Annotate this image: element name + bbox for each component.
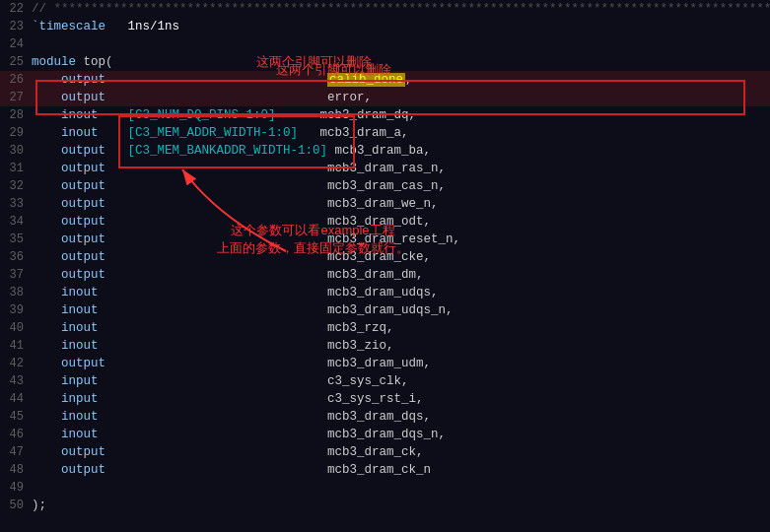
line-number: 42 (4, 355, 32, 372)
line-number: 39 (4, 301, 32, 319)
line-number: 22 (4, 0, 32, 18)
code-line-48: 48 output mcb3_dram_ck_n (0, 461, 770, 479)
line-number: 44 (4, 390, 32, 408)
line-number: 25 (4, 53, 32, 71)
code-line-29: 29 inout [C3_MEM_ADDR_WIDTH-1:0] mcb3_dr… (0, 124, 770, 142)
code-line-44: 44 input c3_sys_rst_i, (0, 390, 770, 408)
code-line-31: 31 output mcb3_dram_ras_n, (0, 160, 770, 177)
line-number: 49 (4, 479, 32, 497)
line-number: 37 (4, 266, 32, 284)
code-line-49: 49 (0, 479, 770, 497)
line-number: 30 (4, 142, 32, 160)
line-code: output [C3_MEM_BANKADDR_WIDTH-1:0] mcb3_… (32, 142, 766, 160)
code-line-23: 23 `timescale 1ns/1ns (0, 18, 770, 35)
line-code: output mcb3_dram_udm, (32, 355, 766, 372)
code-line-33: 33 output mcb3_dram_we_n, (0, 195, 770, 213)
line-number: 36 (4, 248, 32, 266)
line-number: 27 (4, 89, 32, 106)
line-code: input c3_sys_clk, (32, 372, 766, 390)
line-code: output mcb3_dram_we_n, (32, 195, 766, 213)
line-code: output mcb3_dram_dm, (32, 266, 766, 284)
code-line-47: 47 output mcb3_dram_ck, (0, 443, 770, 461)
line-number: 31 (4, 160, 32, 177)
line-number: 41 (4, 337, 32, 355)
line-number: 28 (4, 106, 32, 124)
line-code: output mcb3_dram_ras_n, (32, 160, 766, 177)
code-line-39: 39 inout mcb3_dram_udqs_n, (0, 301, 770, 319)
line-code: inout [C3_MEM_ADDR_WIDTH-1:0] mcb3_dram_… (32, 124, 766, 142)
code-line-32: 32 output mcb3_dram_cas_n, (0, 177, 770, 195)
line-number: 46 (4, 426, 32, 443)
line-number: 45 (4, 408, 32, 426)
line-number: 50 (4, 497, 32, 514)
line-code: output error, (32, 89, 766, 106)
line-number: 32 (4, 177, 32, 195)
annotation-delete-pins: 这两个引脚可以删除 (276, 61, 391, 79)
line-number: 26 (4, 71, 32, 89)
line-number: 29 (4, 124, 32, 142)
code-line-38: 38 inout mcb3_dram_udqs, (0, 284, 770, 301)
line-code: // *************************************… (32, 0, 770, 18)
line-number: 43 (4, 372, 32, 390)
code-line-37: 37 output mcb3_dram_dm, (0, 266, 770, 284)
line-code: ); (32, 497, 766, 514)
line-code: `timescale 1ns/1ns (32, 18, 766, 35)
line-code: inout mcb3_dram_dqs, (32, 408, 766, 426)
line-code: output mcb3_dram_ck_n (32, 461, 766, 479)
line-code: module top( (32, 53, 766, 71)
line-number: 48 (4, 461, 32, 479)
code-editor: 22 // **********************************… (0, 0, 770, 532)
code-line-28: 28 inout [C3_NUM_DQ_PINS-1:0] mcb3_dram_… (0, 106, 770, 124)
annotation-params: 这个参数可以看example工程上面的参数，直接固定参数就行。 (217, 222, 409, 257)
line-number: 23 (4, 18, 32, 35)
code-line-30: 30 output [C3_MEM_BANKADDR_WIDTH-1:0] mc… (0, 142, 770, 160)
line-code: output calib_done, (32, 71, 766, 89)
line-code: output mcb3_dram_cas_n, (32, 177, 766, 195)
code-line-50: 50 ); (0, 497, 770, 514)
code-line-41: 41 inout mcb3_zio, (0, 337, 770, 355)
code-line-42: 42 output mcb3_dram_udm, (0, 355, 770, 372)
code-line-22: 22 // **********************************… (0, 0, 770, 18)
line-code: inout mcb3_zio, (32, 337, 766, 355)
line-number: 40 (4, 319, 32, 337)
code-line-46: 46 inout mcb3_dram_dqs_n, (0, 426, 770, 443)
line-number: 24 (4, 35, 32, 53)
line-code: inout mcb3_dram_udqs_n, (32, 301, 766, 319)
line-number: 38 (4, 284, 32, 301)
line-code: inout mcb3_dram_dqs_n, (32, 426, 766, 443)
line-code: inout mcb3_dram_udqs, (32, 284, 766, 301)
line-code: output mcb3_dram_ck, (32, 443, 766, 461)
line-number: 35 (4, 231, 32, 248)
code-line-45: 45 inout mcb3_dram_dqs, (0, 408, 770, 426)
code-line-40: 40 inout mcb3_rzq, (0, 319, 770, 337)
code-line-27: 27 output error, (0, 89, 770, 106)
line-number: 34 (4, 213, 32, 231)
code-line-43: 43 input c3_sys_clk, (0, 372, 770, 390)
line-code: inout [C3_NUM_DQ_PINS-1:0] mcb3_dram_dq, (32, 106, 766, 124)
line-number: 33 (4, 195, 32, 213)
code-line-24: 24 (0, 35, 770, 53)
line-code: input c3_sys_rst_i, (32, 390, 766, 408)
line-code: inout mcb3_rzq, (32, 319, 766, 337)
line-number: 47 (4, 443, 32, 461)
